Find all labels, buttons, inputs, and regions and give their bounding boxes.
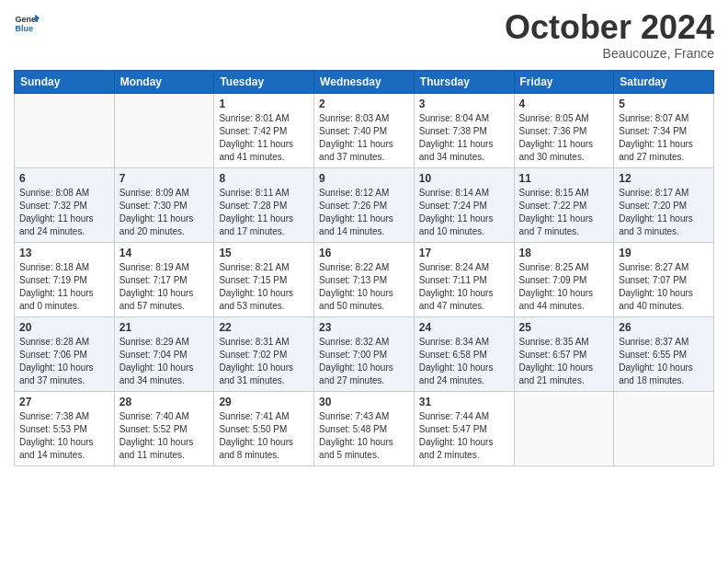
day-info: Sunrise: 8:31 AMSunset: 7:02 PMDaylight:… bbox=[219, 336, 309, 387]
day-number: 8 bbox=[219, 172, 309, 185]
calendar-cell: 15Sunrise: 8:21 AMSunset: 7:15 PMDayligh… bbox=[214, 242, 314, 316]
calendar-cell: 4Sunrise: 8:05 AMSunset: 7:36 PMDaylight… bbox=[514, 93, 614, 167]
day-number: 31 bbox=[419, 396, 509, 408]
day-number: 10 bbox=[419, 172, 509, 185]
day-of-week-header: Tuesday bbox=[214, 70, 314, 93]
day-info: Sunrise: 8:32 AMSunset: 7:00 PMDaylight:… bbox=[319, 336, 409, 387]
day-of-week-header: Sunday bbox=[15, 70, 115, 93]
calendar-week-row: 13Sunrise: 8:18 AMSunset: 7:19 PMDayligh… bbox=[15, 242, 714, 316]
day-info: Sunrise: 8:12 AMSunset: 7:26 PMDaylight:… bbox=[319, 187, 409, 238]
day-info: Sunrise: 8:29 AMSunset: 7:04 PMDaylight:… bbox=[119, 336, 210, 387]
calendar-cell: 31Sunrise: 7:44 AMSunset: 5:47 PMDayligh… bbox=[414, 391, 514, 465]
page: General Blue October 2024 Beaucouze, Fra… bbox=[0, 0, 728, 563]
day-number: 5 bbox=[619, 98, 709, 110]
day-number: 12 bbox=[619, 172, 709, 185]
day-info: Sunrise: 8:28 AMSunset: 7:06 PMDaylight:… bbox=[19, 336, 109, 387]
day-number: 20 bbox=[19, 321, 109, 334]
day-info: Sunrise: 7:43 AMSunset: 5:48 PMDaylight:… bbox=[319, 410, 409, 462]
calendar-cell: 25Sunrise: 8:35 AMSunset: 6:57 PMDayligh… bbox=[514, 316, 614, 391]
day-info: Sunrise: 8:15 AMSunset: 7:22 PMDaylight:… bbox=[519, 187, 609, 238]
day-number: 11 bbox=[519, 172, 609, 185]
calendar-cell: 20Sunrise: 8:28 AMSunset: 7:06 PMDayligh… bbox=[15, 316, 115, 391]
day-of-week-header: Thursday bbox=[414, 70, 514, 93]
day-number: 22 bbox=[219, 321, 309, 334]
day-of-week-header: Saturday bbox=[614, 70, 714, 93]
day-number: 16 bbox=[319, 247, 409, 259]
day-info: Sunrise: 7:38 AMSunset: 5:53 PMDaylight:… bbox=[19, 410, 109, 462]
calendar-cell: 6Sunrise: 8:08 AMSunset: 7:32 PMDaylight… bbox=[15, 167, 115, 242]
day-number: 29 bbox=[219, 396, 309, 408]
calendar-cell: 14Sunrise: 8:19 AMSunset: 7:17 PMDayligh… bbox=[114, 242, 214, 316]
day-number: 21 bbox=[119, 321, 210, 334]
day-of-week-header: Wednesday bbox=[314, 70, 415, 93]
day-info: Sunrise: 8:18 AMSunset: 7:19 PMDaylight:… bbox=[19, 261, 109, 313]
day-number: 25 bbox=[519, 321, 609, 334]
calendar-header-row: SundayMondayTuesdayWednesdayThursdayFrid… bbox=[15, 70, 714, 93]
day-number: 24 bbox=[419, 321, 509, 334]
calendar-cell: 11Sunrise: 8:15 AMSunset: 7:22 PMDayligh… bbox=[514, 167, 614, 242]
header: General Blue October 2024 Beaucouze, Fra… bbox=[14, 9, 714, 61]
day-number: 26 bbox=[619, 321, 709, 334]
day-number: 6 bbox=[19, 172, 109, 185]
day-info: Sunrise: 8:03 AMSunset: 7:40 PMDaylight:… bbox=[319, 112, 409, 164]
day-info: Sunrise: 8:27 AMSunset: 7:07 PMDaylight:… bbox=[619, 261, 709, 313]
calendar-cell: 27Sunrise: 7:38 AMSunset: 5:53 PMDayligh… bbox=[15, 391, 115, 465]
calendar-cell: 9Sunrise: 8:12 AMSunset: 7:26 PMDaylight… bbox=[314, 167, 415, 242]
day-number: 14 bbox=[119, 247, 210, 259]
day-number: 15 bbox=[219, 247, 309, 259]
calendar-cell: 10Sunrise: 8:14 AMSunset: 7:24 PMDayligh… bbox=[414, 167, 514, 242]
day-number: 23 bbox=[319, 321, 409, 334]
calendar-cell: 17Sunrise: 8:24 AMSunset: 7:11 PMDayligh… bbox=[414, 242, 514, 316]
day-info: Sunrise: 8:35 AMSunset: 6:57 PMDaylight:… bbox=[519, 336, 609, 387]
day-number: 1 bbox=[219, 98, 309, 110]
day-info: Sunrise: 8:04 AMSunset: 7:38 PMDaylight:… bbox=[419, 112, 509, 164]
day-info: Sunrise: 7:44 AMSunset: 5:47 PMDaylight:… bbox=[419, 410, 509, 462]
calendar-cell: 26Sunrise: 8:37 AMSunset: 6:55 PMDayligh… bbox=[614, 316, 714, 391]
svg-text:Blue: Blue bbox=[15, 24, 33, 33]
day-info: Sunrise: 8:14 AMSunset: 7:24 PMDaylight:… bbox=[419, 187, 509, 238]
day-number: 27 bbox=[19, 396, 109, 408]
calendar-cell: 24Sunrise: 8:34 AMSunset: 6:58 PMDayligh… bbox=[414, 316, 514, 391]
calendar-cell: 30Sunrise: 7:43 AMSunset: 5:48 PMDayligh… bbox=[314, 391, 415, 465]
day-number: 2 bbox=[319, 98, 409, 110]
calendar-cell: 29Sunrise: 7:41 AMSunset: 5:50 PMDayligh… bbox=[214, 391, 314, 465]
day-number: 18 bbox=[519, 247, 609, 259]
calendar-cell: 5Sunrise: 8:07 AMSunset: 7:34 PMDaylight… bbox=[614, 93, 714, 167]
day-info: Sunrise: 8:09 AMSunset: 7:30 PMDaylight:… bbox=[119, 187, 210, 238]
logo-icon: General Blue bbox=[14, 9, 40, 35]
day-number: 4 bbox=[519, 98, 609, 110]
day-info: Sunrise: 8:17 AMSunset: 7:20 PMDaylight:… bbox=[619, 187, 709, 238]
calendar-cell: 3Sunrise: 8:04 AMSunset: 7:38 PMDaylight… bbox=[414, 93, 514, 167]
calendar-cell: 8Sunrise: 8:11 AMSunset: 7:28 PMDaylight… bbox=[214, 167, 314, 242]
calendar-week-row: 6Sunrise: 8:08 AMSunset: 7:32 PMDaylight… bbox=[15, 167, 714, 242]
calendar-week-row: 1Sunrise: 8:01 AMSunset: 7:42 PMDaylight… bbox=[15, 93, 714, 167]
day-info: Sunrise: 8:24 AMSunset: 7:11 PMDaylight:… bbox=[419, 261, 509, 313]
day-info: Sunrise: 8:34 AMSunset: 6:58 PMDaylight:… bbox=[419, 336, 509, 387]
location: Beaucouze, France bbox=[505, 46, 714, 61]
calendar: SundayMondayTuesdayWednesdayThursdayFrid… bbox=[14, 70, 714, 466]
day-info: Sunrise: 8:05 AMSunset: 7:36 PMDaylight:… bbox=[519, 112, 609, 164]
calendar-cell: 13Sunrise: 8:18 AMSunset: 7:19 PMDayligh… bbox=[15, 242, 115, 316]
day-info: Sunrise: 8:25 AMSunset: 7:09 PMDaylight:… bbox=[519, 261, 609, 313]
day-info: Sunrise: 7:40 AMSunset: 5:52 PMDaylight:… bbox=[119, 410, 210, 462]
calendar-cell bbox=[514, 391, 614, 465]
day-number: 13 bbox=[19, 247, 109, 259]
day-number: 7 bbox=[119, 172, 210, 185]
day-info: Sunrise: 8:07 AMSunset: 7:34 PMDaylight:… bbox=[619, 112, 709, 164]
calendar-week-row: 20Sunrise: 8:28 AMSunset: 7:06 PMDayligh… bbox=[15, 316, 714, 391]
day-info: Sunrise: 8:01 AMSunset: 7:42 PMDaylight:… bbox=[219, 112, 309, 164]
day-of-week-header: Friday bbox=[514, 70, 614, 93]
day-number: 30 bbox=[319, 396, 409, 408]
calendar-cell: 18Sunrise: 8:25 AMSunset: 7:09 PMDayligh… bbox=[514, 242, 614, 316]
calendar-week-row: 27Sunrise: 7:38 AMSunset: 5:53 PMDayligh… bbox=[15, 391, 714, 465]
day-info: Sunrise: 8:37 AMSunset: 6:55 PMDaylight:… bbox=[619, 336, 709, 387]
day-number: 17 bbox=[419, 247, 509, 259]
day-info: Sunrise: 8:08 AMSunset: 7:32 PMDaylight:… bbox=[19, 187, 109, 238]
calendar-cell bbox=[614, 391, 714, 465]
calendar-cell: 7Sunrise: 8:09 AMSunset: 7:30 PMDaylight… bbox=[114, 167, 214, 242]
calendar-cell: 21Sunrise: 8:29 AMSunset: 7:04 PMDayligh… bbox=[114, 316, 214, 391]
calendar-cell: 22Sunrise: 8:31 AMSunset: 7:02 PMDayligh… bbox=[214, 316, 314, 391]
calendar-cell bbox=[15, 93, 115, 167]
calendar-cell: 12Sunrise: 8:17 AMSunset: 7:20 PMDayligh… bbox=[614, 167, 714, 242]
month-title: October 2024 bbox=[505, 9, 714, 46]
